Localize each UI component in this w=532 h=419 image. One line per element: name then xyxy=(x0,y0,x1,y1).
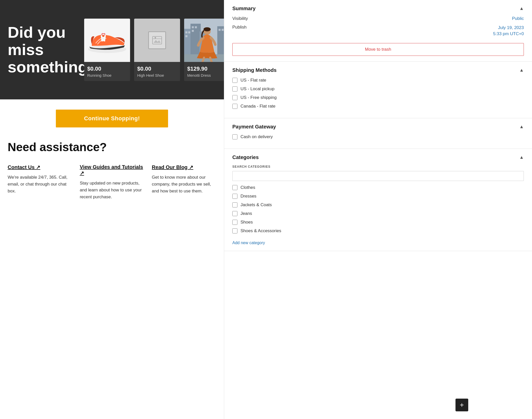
right-panel: Summary ▲ Visibility Public Publish July… xyxy=(224,0,532,419)
category-label-3: Jeans xyxy=(240,211,252,216)
categories-header: Categories ▲ xyxy=(232,154,524,160)
search-categories-input[interactable] xyxy=(232,171,524,181)
payment-option-0: Cash on delivery xyxy=(232,134,524,139)
continue-shopping-button[interactable]: Continue Shopping! xyxy=(56,110,168,127)
shipping-collapse-icon[interactable]: ▲ xyxy=(519,68,524,73)
product-1-name: Running Shoe xyxy=(87,73,127,77)
category-list: Clothes Dresses Jackets & Coats Jeans Sh… xyxy=(232,185,524,237)
category-label-1: Dresses xyxy=(240,194,256,199)
category-checkbox-1[interactable] xyxy=(232,194,237,199)
product-image-1 xyxy=(84,19,130,62)
product-cards: $0.00 Running Shoe xyxy=(84,19,224,81)
search-categories-label: SEARCH CATEGORIES xyxy=(232,165,524,168)
shipping-checkbox-0[interactable] xyxy=(232,78,237,83)
svg-rect-5 xyxy=(153,36,162,44)
payment-checkbox-0[interactable] xyxy=(232,134,237,139)
categories-collapse-icon[interactable]: ▲ xyxy=(519,155,524,160)
category-item-3: Jeans xyxy=(232,211,524,216)
summary-title: Summary xyxy=(232,6,256,11)
product-3-price: $129.90 xyxy=(187,66,224,72)
add-button[interactable]: + xyxy=(455,399,468,411)
contact-us-desc: We're available 24/7, 365. Call, email, … xyxy=(8,174,72,195)
product-1-price: $0.00 xyxy=(87,66,127,72)
shipping-label-0: US - Flat rate xyxy=(240,78,266,83)
visibility-row: Visibility Public xyxy=(232,16,524,21)
category-item-4: Shoes xyxy=(232,220,524,225)
shipping-label-1: US - Local pickup xyxy=(240,86,274,91)
publish-row: Publish July 19, 2023 5:33 pm UTC+0 xyxy=(232,25,524,37)
category-label-0: Clothes xyxy=(240,185,255,190)
hero-title: Did you miss something? xyxy=(8,24,79,76)
summary-header: Summary ▲ xyxy=(232,6,524,11)
svg-rect-21 xyxy=(222,29,224,31)
svg-rect-16 xyxy=(185,35,187,37)
svg-rect-19 xyxy=(192,30,194,32)
blog-link[interactable]: Read Our Blog ↗ xyxy=(152,164,193,170)
product-3-info: $129.90 Menotti Dress xyxy=(184,62,224,81)
continue-btn-wrapper: Continue Shopping! xyxy=(0,99,224,138)
category-checkbox-4[interactable] xyxy=(232,220,237,225)
shipping-label-3: Canada - Flat rate xyxy=(240,104,275,109)
category-checkbox-3[interactable] xyxy=(232,211,237,216)
payment-label-0: Cash on delivery xyxy=(240,134,273,139)
shipping-option-3: Canada - Flat rate xyxy=(232,104,524,109)
assistance-item-0: Contact Us ↗ We're available 24/7, 365. … xyxy=(8,164,72,201)
add-new-category-link[interactable]: Add new category xyxy=(232,241,265,245)
product-card-3[interactable]: $129.90 Menotti Dress xyxy=(184,19,224,81)
product-image-2 xyxy=(134,19,180,62)
category-label-5: Shoes & Accessories xyxy=(240,228,281,233)
shipping-option-1: US - Local pickup xyxy=(232,86,524,91)
categories-title: Categories xyxy=(232,154,259,160)
publish-label: Publish xyxy=(232,25,247,30)
shipping-checkbox-3[interactable] xyxy=(232,104,237,109)
category-item-5: Shoes & Accessories xyxy=(232,228,524,233)
svg-rect-20 xyxy=(219,29,221,31)
summary-collapse-icon[interactable]: ▲ xyxy=(519,6,524,11)
shipping-header: Shipping Methods ▲ xyxy=(232,67,524,73)
assistance-item-1: View Guides and Tutorials ↗ Stay updated… xyxy=(80,164,144,201)
categories-section: Categories ▲ SEARCH CATEGORIES Clothes D… xyxy=(224,149,532,251)
visibility-value: Public xyxy=(512,16,524,21)
shipping-methods-section: Shipping Methods ▲ US - Flat rate US - L… xyxy=(224,62,532,118)
shipping-title: Shipping Methods xyxy=(232,67,276,73)
category-checkbox-5[interactable] xyxy=(232,228,237,233)
contact-us-link[interactable]: Contact Us ↗ xyxy=(8,164,40,170)
category-item-1: Dresses xyxy=(232,194,524,199)
product-1-info: $0.00 Running Shoe xyxy=(84,62,130,81)
assistance-section: Need assistance? Contact Us ↗ We're avai… xyxy=(0,138,224,211)
hero-section: Did you miss something? xyxy=(0,0,224,99)
assistance-grid: Contact Us ↗ We're available 24/7, 365. … xyxy=(8,164,216,201)
svg-rect-14 xyxy=(185,31,187,33)
payment-collapse-icon[interactable]: ▲ xyxy=(519,124,524,129)
assistance-title: Need assistance? xyxy=(8,140,216,154)
shipping-option-0: US - Flat rate xyxy=(232,78,524,83)
product-card-2[interactable]: $0.00 High Heel Shoe xyxy=(134,19,180,81)
shipping-label-2: US - Free shipping xyxy=(240,95,277,100)
category-item-2: Jackets & Coats xyxy=(232,202,524,207)
payment-gateway-section: Payment Gateway ▲ Cash on delivery xyxy=(224,118,532,149)
payment-title: Payment Gateway xyxy=(232,124,276,130)
svg-point-24 xyxy=(204,27,211,31)
product-card-1[interactable]: $0.00 Running Shoe xyxy=(84,19,130,81)
category-item-0: Clothes xyxy=(232,185,524,190)
product-2-price: $0.00 xyxy=(137,66,177,72)
shipping-checkbox-1[interactable] xyxy=(232,86,237,91)
payment-header: Payment Gateway ▲ xyxy=(232,124,524,130)
guides-desc: Stay updated on new products, and learn … xyxy=(80,180,144,201)
svg-rect-18 xyxy=(195,26,197,28)
shipping-checkbox-2[interactable] xyxy=(232,95,237,100)
move-to-trash-button[interactable]: Move to trash xyxy=(232,43,524,56)
product-3-name: Menotti Dress xyxy=(187,73,224,77)
guides-link[interactable]: View Guides and Tutorials ↗ xyxy=(80,164,144,176)
product-image-3 xyxy=(184,19,224,62)
product-2-name: High Heel Shoe xyxy=(137,73,177,77)
placeholder-icon xyxy=(148,31,166,49)
category-checkbox-2[interactable] xyxy=(232,202,237,207)
summary-section: Summary ▲ Visibility Public Publish July… xyxy=(224,0,532,62)
svg-rect-15 xyxy=(188,31,190,33)
assistance-item-2: Read Our Blog ↗ Get to know more about o… xyxy=(152,164,216,201)
product-2-info: $0.00 High Heel Shoe xyxy=(134,62,180,81)
publish-value: July 19, 2023 5:33 pm UTC+0 xyxy=(493,25,524,37)
category-checkbox-0[interactable] xyxy=(232,185,237,190)
blog-desc: Get to know more about our company, the … xyxy=(152,174,216,195)
